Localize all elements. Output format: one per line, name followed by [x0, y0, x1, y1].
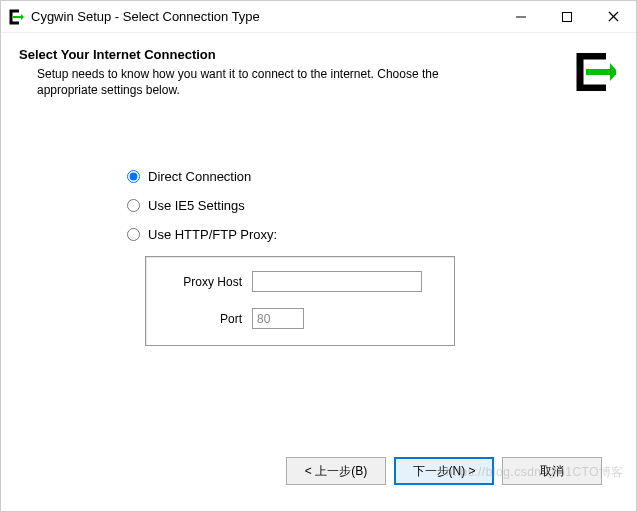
maximize-icon — [562, 12, 572, 22]
page-header: Select Your Internet Connection Setup ne… — [19, 47, 618, 98]
page-title: Select Your Internet Connection — [19, 47, 570, 62]
connection-type-group: Direct Connection Use IE5 Settings Use H… — [127, 169, 618, 242]
proxy-host-input[interactable] — [252, 271, 422, 292]
app-icon — [7, 8, 25, 26]
titlebar: Cygwin Setup - Select Connection Type — [1, 1, 636, 33]
proxy-settings-group: Proxy Host Port — [145, 256, 455, 346]
maximize-button[interactable] — [544, 1, 590, 32]
footer-divider — [19, 446, 618, 447]
radio-direct-label: Direct Connection — [148, 169, 251, 184]
wizard-buttons: < 上一步(B) 下一步(N) > 取消 — [19, 457, 618, 501]
cygwin-logo-icon — [570, 51, 618, 93]
proxy-port-label: Port — [162, 312, 252, 326]
client-area: Select Your Internet Connection Setup ne… — [1, 33, 636, 511]
svg-rect-2 — [563, 12, 572, 21]
proxy-host-label: Proxy Host — [162, 275, 252, 289]
radio-ie5-input[interactable] — [127, 199, 140, 212]
radio-proxy[interactable]: Use HTTP/FTP Proxy: — [127, 227, 618, 242]
svg-rect-5 — [586, 69, 612, 75]
setup-window: Cygwin Setup - Select Connection Type Se… — [0, 0, 637, 512]
window-title: Cygwin Setup - Select Connection Type — [31, 9, 260, 24]
svg-rect-0 — [13, 16, 22, 18]
back-button[interactable]: < 上一步(B) — [286, 457, 386, 485]
close-button[interactable] — [590, 1, 636, 32]
window-controls — [498, 1, 636, 32]
radio-proxy-label: Use HTTP/FTP Proxy: — [148, 227, 277, 242]
radio-direct-input[interactable] — [127, 170, 140, 183]
radio-ie5[interactable]: Use IE5 Settings — [127, 198, 618, 213]
radio-proxy-input[interactable] — [127, 228, 140, 241]
cancel-button[interactable]: 取消 — [502, 457, 602, 485]
minimize-button[interactable] — [498, 1, 544, 32]
proxy-port-input[interactable] — [252, 308, 304, 329]
close-icon — [608, 11, 619, 22]
page-subtitle: Setup needs to know how you want it to c… — [37, 66, 467, 98]
radio-ie5-label: Use IE5 Settings — [148, 198, 245, 213]
next-button[interactable]: 下一步(N) > — [394, 457, 494, 485]
form-body: Direct Connection Use IE5 Settings Use H… — [19, 109, 618, 446]
radio-direct[interactable]: Direct Connection — [127, 169, 618, 184]
minimize-icon — [516, 12, 526, 22]
